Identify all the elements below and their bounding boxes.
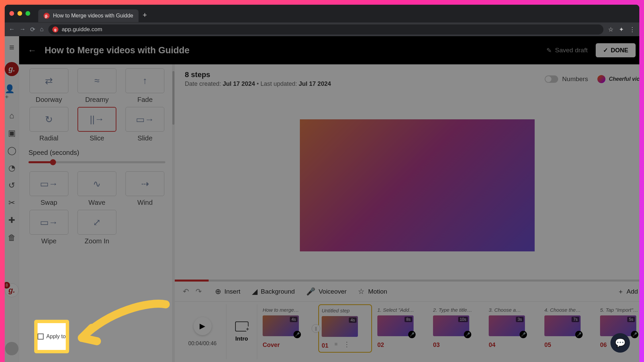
speed-slider[interactable]	[29, 161, 165, 163]
puzzle-icon[interactable]: ✚	[8, 216, 15, 225]
transition-wipe[interactable]: ▭→	[30, 210, 68, 235]
plus-circle-icon: ⊕	[215, 287, 221, 296]
transition-dreamy[interactable]: ≈	[77, 68, 116, 93]
canvas-gradient[interactable]	[300, 119, 535, 251]
videos-icon[interactable]: ▣	[8, 128, 16, 138]
transition-badge-icon[interactable]: ||	[312, 324, 320, 333]
step-05[interactable]: 4. Choose the… 7s🎤 05	[544, 307, 595, 349]
mic-icon: 🎤	[293, 331, 301, 338]
apply-checkbox-label: Apply to	[46, 334, 66, 340]
new-tab-button[interactable]: +	[143, 11, 147, 19]
menu-icon[interactable]: ⋮	[629, 26, 635, 33]
done-label: DONE	[611, 47, 628, 54]
hamburger-icon[interactable]: ≡	[9, 42, 14, 53]
chat-widget-button[interactable]: 💬	[610, 333, 630, 353]
step-03[interactable]: 2. Type the title… 10s🎤 03	[433, 307, 483, 349]
star-icon: ☆	[358, 287, 365, 296]
timeline-progress[interactable]	[175, 280, 639, 282]
play-button[interactable]: ▶	[194, 317, 212, 335]
music-chip[interactable]: Cheerful victory	[597, 75, 639, 83]
minimize-window-button[interactable]	[17, 11, 22, 16]
step-01[interactable]: || Untitled step 4s 01 ≡ ⋮	[318, 304, 372, 353]
background-button[interactable]: ◢Background	[252, 287, 295, 296]
intro-label: Intro	[235, 336, 248, 342]
tools-icon[interactable]: ✂	[8, 198, 15, 207]
check-icon: ✓	[603, 47, 608, 54]
add-user-icon[interactable]: 👤⁺	[5, 84, 19, 103]
home-nav-icon[interactable]: ⌂	[9, 111, 14, 120]
transition-radial[interactable]: ↻	[30, 107, 68, 132]
transition-label: Slice	[90, 134, 104, 142]
bookmark-icon[interactable]: ☆	[608, 26, 613, 33]
scrollbar-thumb[interactable]	[172, 71, 174, 125]
apply-checkbox[interactable]	[38, 334, 44, 340]
app-logo[interactable]: g.	[5, 62, 19, 76]
page-title: How to Merge videos with Guidde	[45, 45, 190, 56]
redo-icon[interactable]: ↷	[196, 287, 202, 296]
transition-doorway[interactable]: ⇄	[30, 68, 68, 93]
canvas-meta-row: 8 steps Date created: Jul 17 2024 • Last…	[175, 64, 639, 91]
transition-fade[interactable]: ↑	[125, 68, 164, 93]
panel-scrollbar[interactable]	[172, 64, 175, 362]
extension-icons: ☆ ✦ ⋮	[608, 26, 635, 33]
transition-slide[interactable]: ▭→	[125, 107, 164, 132]
motion-button[interactable]: ☆Motion	[358, 287, 387, 296]
slider-thumb[interactable]	[50, 159, 56, 165]
step-02[interactable]: 1. Select "Add… 8s🎤 02	[377, 307, 428, 349]
numbers-toggle[interactable]	[545, 75, 558, 83]
transition-swap[interactable]: ▭→	[30, 171, 68, 196]
transition-label: Wipe	[41, 237, 57, 245]
maximize-window-button[interactable]	[25, 11, 30, 16]
drag-handle-icon[interactable]: ≡	[334, 341, 337, 347]
header-back-icon[interactable]: ←	[28, 45, 37, 56]
reload-icon[interactable]: ⟳	[30, 26, 35, 33]
home-icon[interactable]: ⌂	[40, 26, 44, 33]
speed-section: Speed (seconds)	[19, 142, 175, 167]
transition-label: Swap	[41, 199, 57, 206]
tab-favicon: g.	[44, 13, 50, 19]
done-button[interactable]: ✓ DONE	[596, 43, 636, 57]
transition-wind[interactable]: ⇢	[125, 171, 164, 196]
close-window-button[interactable]	[9, 11, 14, 16]
trash-icon[interactable]: 🗑	[8, 233, 16, 242]
browser-titlebar: g. How to Merge videos with Guidde +	[5, 5, 639, 22]
intro-cell[interactable]: Intro	[226, 304, 257, 359]
numbers-label: Numbers	[562, 75, 588, 83]
address-bar[interactable]: g app.guidde.com	[48, 24, 603, 35]
step-cover[interactable]: How to merge… 4s🎤 Cover	[263, 307, 313, 349]
music-icon	[597, 75, 605, 83]
browser-tab[interactable]: g. How to Merge videos with Guidde	[38, 9, 139, 22]
back-icon[interactable]: ←	[9, 26, 15, 33]
user-avatar[interactable]	[5, 342, 18, 355]
forward-icon[interactable]: →	[19, 26, 25, 33]
left-rail: ≡ g. 👤⁺ ⌂ ▣ ◯ ◔ ↺ ✂ ✚ 🗑 g. 8	[5, 36, 19, 362]
transition-label: Fade	[138, 96, 153, 104]
apply-to-all-highlight: Apply to	[34, 320, 69, 353]
undo-icon[interactable]: ↶	[183, 287, 189, 296]
transition-label: Radial	[39, 134, 58, 142]
voiceover-button[interactable]: 🎤Voiceover	[306, 287, 346, 296]
timeline: ▶ 00:04/00:46 Intro How to merge… 4s🎤 Co…	[175, 302, 639, 362]
extensions-icon[interactable]: ✦	[619, 26, 624, 33]
transition-zoom-in[interactable]: ⤢	[77, 210, 116, 235]
mic-icon: 🎤	[464, 331, 471, 338]
step-menu-icon[interactable]: ⋮	[343, 340, 350, 348]
loading-icon[interactable]: ◔	[8, 163, 15, 173]
history-icon[interactable]: ↺	[8, 181, 15, 190]
transition-slice[interactable]: ||→	[77, 107, 116, 132]
main-area: ← How to Merge videos with Guidde ✎ Save…	[19, 36, 639, 362]
editor-toolbar: ↶ ↷ ⊕Insert ◢Background 🎤Voiceover ☆Moti…	[175, 282, 639, 302]
saved-draft-indicator: ✎ Saved draft	[546, 47, 588, 54]
timeline-steps: How to merge… 4s🎤 Cover || Untitled step…	[257, 304, 639, 359]
mic-icon: 🎤	[575, 331, 583, 338]
canvas-column: 8 steps Date created: Jul 17 2024 • Last…	[175, 64, 639, 362]
step-04[interactable]: 3. Choose a… 3s🎤 04	[489, 307, 539, 349]
insert-button[interactable]: ⊕Insert	[215, 287, 240, 296]
music-label: Cheerful victory	[609, 76, 639, 82]
tab-title: How to Merge videos with Guidde	[53, 13, 133, 19]
transition-wave[interactable]: ∿	[77, 171, 116, 196]
play-cell: ▶ 00:04/00:46	[179, 304, 226, 359]
add-step-button[interactable]: ＋Add step	[618, 287, 639, 296]
numbers-toggle-row: Numbers	[545, 75, 588, 83]
globe-icon[interactable]: ◯	[7, 146, 16, 155]
